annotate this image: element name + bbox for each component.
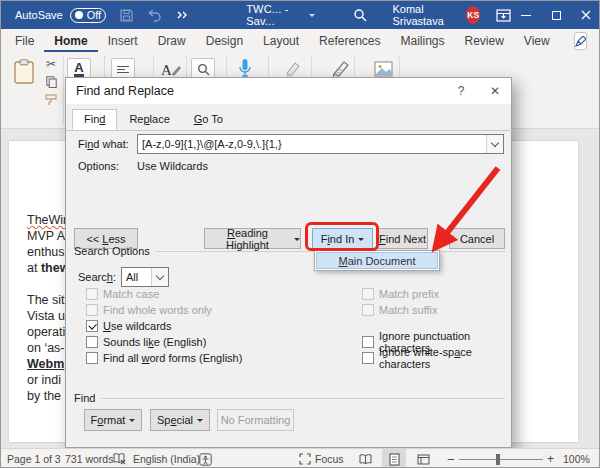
document-text: by the [27, 389, 61, 403]
checkbox-box[interactable] [86, 352, 98, 364]
proofing-icon[interactable] [113, 449, 126, 468]
print-layout-icon[interactable] [382, 449, 406, 468]
zoom-in-button[interactable]: + [547, 449, 554, 468]
checkbox-box[interactable] [362, 288, 374, 300]
tab-review[interactable]: Review [455, 30, 514, 53]
tab-references[interactable]: References [309, 30, 390, 53]
find-what-dropdown-button[interactable] [486, 135, 503, 153]
document-title[interactable]: TWC... - Sav... [246, 3, 302, 27]
options-value: Use Wildcards [137, 160, 208, 172]
tab-home[interactable]: Home [44, 30, 97, 53]
svg-text:A: A [161, 62, 172, 78]
checkbox-label: Find whole words only [103, 304, 212, 316]
dropdown-arrow-icon [294, 238, 300, 244]
search-direction-select[interactable]: All [121, 267, 169, 287]
tab-layout[interactable]: Layout [253, 30, 309, 53]
search-direction-dropdown-button[interactable] [151, 268, 168, 286]
checkbox-match-case[interactable]: Match case [86, 287, 159, 301]
dialog-help-button[interactable]: ? [444, 78, 478, 104]
undo-icon[interactable] [147, 9, 162, 22]
checkbox-label: Match prefix [379, 288, 439, 300]
zoom-slider-thumb[interactable] [496, 454, 500, 465]
dropdown-arrow-icon [197, 419, 203, 425]
maximize-button[interactable] [541, 1, 571, 29]
focus-icon[interactable] [299, 449, 311, 468]
find-in-dropdown-menu: Main Document [314, 250, 440, 271]
search-icon[interactable] [353, 8, 367, 22]
format-button[interactable]: Format [84, 409, 142, 431]
checkbox-sounds-like[interactable]: Sounds like (English) [86, 335, 206, 349]
user-name[interactable]: Komal Srivastava [393, 3, 458, 27]
menu-item-main-document[interactable]: Main Document [316, 252, 438, 269]
zoom-level[interactable]: 100% [563, 449, 590, 468]
dropdown-arrow-icon [358, 238, 364, 244]
avatar[interactable]: KS [466, 6, 480, 24]
options-label: Options: [78, 160, 119, 172]
dialog-tab-replace[interactable]: Replace [117, 109, 181, 130]
copy-icon[interactable] [43, 75, 59, 89]
special-button[interactable]: Special [150, 409, 210, 431]
checkbox-box[interactable] [86, 304, 98, 316]
save-icon[interactable] [120, 9, 133, 22]
autosave-toggle[interactable]: Off [70, 8, 106, 23]
checkbox-box[interactable] [86, 336, 98, 348]
checkbox-ignore-whitespace[interactable]: Ignore white-space characters [362, 351, 511, 365]
find-group: Find [74, 392, 505, 404]
checkbox-whole-words[interactable]: Find whole words only [86, 303, 212, 317]
checkbox-box[interactable] [86, 320, 98, 332]
dialog-tab-find[interactable]: Find [72, 109, 117, 130]
minimize-button[interactable] [511, 1, 541, 29]
paste-clipboard-icon[interactable] [9, 57, 39, 87]
accessibility-icon[interactable] [199, 449, 212, 468]
checkbox-match-prefix[interactable]: Match prefix [362, 287, 439, 301]
checkbox-use-wildcards[interactable]: Use wildcards [86, 319, 171, 333]
word-count[interactable]: 731 words [65, 449, 113, 468]
dialog-tab-goto[interactable]: Go To [182, 109, 235, 130]
share-icon[interactable] [574, 32, 587, 50]
checkbox-box[interactable] [362, 352, 374, 364]
autosave-toggle-knob [75, 11, 83, 19]
document-text: or indi [27, 373, 61, 387]
zoom-out-button[interactable]: − [447, 449, 455, 468]
document-text: TheWin [27, 213, 70, 227]
web-layout-icon[interactable] [411, 449, 435, 468]
tab-view[interactable]: View [514, 30, 560, 53]
focus-label[interactable]: Focus [315, 449, 344, 468]
document-text: MVP A [27, 229, 65, 243]
close-button[interactable] [571, 1, 600, 29]
find-what-value[interactable]: [A-z,0-9]{1,}\@[A-z,0-9,\.]{1,} [138, 138, 486, 150]
autosave-label: AutoSave [15, 9, 63, 21]
checkbox-label: Use wildcards [103, 320, 171, 332]
page-indicator[interactable]: Page 1 of 3 [7, 449, 61, 468]
checkbox-box[interactable] [362, 336, 374, 348]
dialog-tab-strip: Find Replace Go To [72, 109, 235, 130]
find-what-label: Find what: [78, 138, 129, 150]
window-controls [511, 1, 600, 29]
dialog-title: Find and Replace [76, 84, 174, 98]
document-text: Webm [27, 357, 64, 371]
checkbox-all-word-forms[interactable]: Find all word forms (English) [86, 351, 242, 365]
checkbox-match-suffix[interactable]: Match suffix [362, 303, 438, 317]
checkbox-box[interactable] [362, 304, 374, 316]
title-dropdown-icon[interactable] [309, 14, 315, 20]
document-text: at thew [27, 261, 69, 275]
find-what-combobox[interactable]: [A-z,0-9]{1,}\@[A-z,0-9,\.]{1,} [137, 134, 504, 154]
dropdown-arrow-icon [129, 419, 135, 425]
format-painter-icon[interactable] [43, 93, 59, 107]
autosave-state-label: Off [87, 9, 101, 21]
checkbox-box[interactable] [86, 288, 98, 300]
dialog-close-button[interactable]: ✕ [478, 78, 512, 104]
more-commands-icon[interactable] [176, 10, 188, 20]
tab-file[interactable]: File [5, 30, 44, 53]
tab-mailings[interactable]: Mailings [390, 30, 454, 53]
language-indicator[interactable]: English (India) [133, 449, 200, 468]
tab-insert[interactable]: Insert [98, 30, 148, 53]
ribbon-display-options-icon[interactable] [496, 9, 511, 22]
zoom-slider-track[interactable] [459, 459, 543, 460]
find-and-replace-dialog: Find and Replace ? ✕ Find Replace Go To … [65, 77, 512, 448]
document-text: The sit [27, 293, 65, 307]
read-mode-icon[interactable] [353, 449, 377, 468]
cut-icon[interactable]: ✂ [43, 57, 59, 71]
tab-draw[interactable]: Draw [148, 30, 196, 53]
tab-design[interactable]: Design [196, 30, 253, 53]
